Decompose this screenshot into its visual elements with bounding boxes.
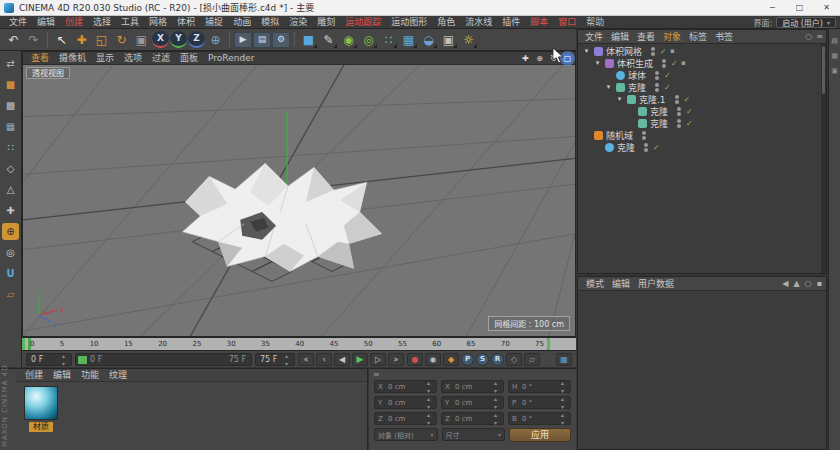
viewport-menu-item[interactable]: 摄像机 xyxy=(54,52,91,65)
spinner-icon[interactable] xyxy=(561,381,568,392)
object-tag[interactable]: ▪ xyxy=(681,59,686,67)
menu-item[interactable]: 动画 xyxy=(228,16,256,29)
spinner-icon[interactable] xyxy=(427,397,434,408)
toolbar-divider[interactable] xyxy=(294,32,295,47)
toolbar-divider[interactable] xyxy=(229,32,230,47)
spinner-icon[interactable] xyxy=(494,397,501,408)
spinner-icon[interactable] xyxy=(62,354,69,365)
polygons-mode-icon[interactable]: △ xyxy=(2,181,19,198)
expand-toggle[interactable]: ▾ xyxy=(604,83,613,91)
z-axis-toggle[interactable]: Z xyxy=(188,31,205,48)
spinner-icon[interactable] xyxy=(427,413,434,424)
current-frame-field[interactable]: 0 F xyxy=(26,353,72,366)
snap-grid-icon[interactable]: ▦ xyxy=(556,353,572,366)
visibility-dots[interactable] xyxy=(651,47,655,56)
edges-mode-icon[interactable]: ◇ xyxy=(2,160,19,177)
camera-button[interactable]: ▣ xyxy=(439,30,458,49)
object-row-field[interactable]: 随机域 xyxy=(578,129,821,141)
timeline-thumb[interactable] xyxy=(78,356,87,364)
object-row-volume-mesh[interactable]: ▾ 体积网格 ✓ ▪ xyxy=(578,45,821,57)
goto-start-button[interactable]: « xyxy=(298,353,314,366)
position-field[interactable]: Z0 cm xyxy=(374,412,437,425)
spinner-icon[interactable] xyxy=(561,413,568,424)
dock-browser-icon[interactable]: ▦ xyxy=(831,52,838,60)
timeline-ruler[interactable]: 051015202530354045505560657075 xyxy=(22,337,576,350)
key-scale-toggle[interactable]: S xyxy=(476,353,489,366)
menu-item[interactable]: 选择 xyxy=(88,16,116,29)
menu-item[interactable]: 插件 xyxy=(497,16,525,29)
light-button[interactable]: ☼ xyxy=(459,30,478,49)
snap-magnet-icon[interactable]: U xyxy=(2,265,19,282)
viewport-solo-icon[interactable]: ◎ xyxy=(2,244,19,261)
enable-check[interactable]: ✓ xyxy=(684,95,692,104)
toolbar-divider[interactable] xyxy=(47,32,48,47)
spinner-icon[interactable] xyxy=(561,397,568,408)
workplane-mode-icon[interactable]: ▦ xyxy=(2,118,19,135)
history-back-icon[interactable]: ◀ xyxy=(782,279,788,288)
model-mode-icon[interactable]: ■ xyxy=(2,76,19,93)
object-tag[interactable]: ▪ xyxy=(670,47,675,55)
autokey-button[interactable]: ◉ xyxy=(425,353,441,366)
visibility-dots[interactable] xyxy=(655,71,659,80)
menu-item[interactable]: 创建 xyxy=(60,16,88,29)
object-row-volume-builder[interactable]: ▾ 体积生成 ✓ ▪ xyxy=(578,57,821,69)
menu-item[interactable]: 雕刻 xyxy=(312,16,340,29)
apply-button[interactable]: 应用 xyxy=(509,428,571,442)
object-menu-item[interactable]: 书签 xyxy=(711,30,737,44)
menu-item[interactable]: 模拟 xyxy=(256,16,284,29)
spinner-icon[interactable] xyxy=(494,381,501,392)
spinner-icon[interactable] xyxy=(285,354,292,365)
rotation-field[interactable]: H0 ° xyxy=(508,380,571,393)
menu-item[interactable]: 编辑 xyxy=(32,16,60,29)
move-tool-icon[interactable]: ✚ xyxy=(72,30,91,49)
material-thumbnail[interactable] xyxy=(24,386,58,420)
x-axis-toggle[interactable]: X xyxy=(152,31,169,48)
panel-menu-icon[interactable]: ≡ xyxy=(373,370,380,379)
scrollbar-thumb[interactable] xyxy=(822,46,825,94)
next-frame-button[interactable]: ▷ xyxy=(370,353,386,366)
menu-item[interactable]: 捕捉 xyxy=(200,16,228,29)
enable-axis-icon[interactable]: ⊕ xyxy=(2,223,19,240)
last-tool-icon[interactable]: ▣ xyxy=(132,30,151,49)
material-menu-item[interactable]: 纹理 xyxy=(104,369,132,382)
menu-item[interactable]: 角色 xyxy=(432,16,460,29)
visibility-dots[interactable] xyxy=(642,131,646,140)
attribute-menu-item[interactable]: 模式 xyxy=(582,277,608,291)
menu-item[interactable]: 运动跟踪 xyxy=(340,16,386,29)
prev-key-button[interactable]: ‹ xyxy=(316,353,332,366)
visibility-dots[interactable] xyxy=(677,119,681,128)
expand-toggle[interactable]: ▾ xyxy=(615,95,624,103)
prev-frame-button[interactable]: ◀ xyxy=(334,353,350,366)
menu-item[interactable]: 窗口 xyxy=(553,16,581,29)
menu-item[interactable]: 流水线 xyxy=(460,16,497,29)
attr-lock-icon[interactable]: ▪ xyxy=(817,279,822,288)
size-field[interactable]: Z0 cm xyxy=(441,412,504,425)
attribute-menu-item[interactable]: 编辑 xyxy=(608,277,634,291)
spinner-icon[interactable] xyxy=(427,381,434,392)
close-button[interactable]: ✕ xyxy=(813,0,840,15)
visibility-dots[interactable] xyxy=(675,95,679,104)
dock-layers-icon[interactable]: ▤ xyxy=(831,37,838,45)
material-menu-item[interactable]: 编辑 xyxy=(48,369,76,382)
enable-check[interactable]: ✓ xyxy=(664,83,672,92)
render-picture-viewer-button[interactable]: ▤ xyxy=(253,32,271,48)
dock-info-icon[interactable]: ▣ xyxy=(831,67,838,75)
attribute-menu-item[interactable]: 用户数据 xyxy=(634,277,678,291)
render-settings-button[interactable]: ⚙ xyxy=(272,32,290,48)
object-menu-item[interactable]: 对象 xyxy=(659,30,685,44)
scrollbar[interactable] xyxy=(821,44,826,273)
transform-space-select[interactable]: 对象 (相对) xyxy=(374,428,438,441)
viewport-menu-item[interactable]: 显示 xyxy=(91,52,119,65)
object-row-cloner-1[interactable]: ▾ 克隆.1 ✓ xyxy=(578,93,821,105)
render-view-button[interactable]: ▶ xyxy=(234,32,252,48)
enable-check[interactable]: ✓ xyxy=(660,47,668,56)
menu-item[interactable]: 渲染 xyxy=(284,16,312,29)
workplane-snap-icon[interactable]: ▱ xyxy=(2,286,19,303)
record-keyframe-button[interactable]: ● xyxy=(407,353,423,366)
volume-builder-button[interactable]: ▦ xyxy=(399,30,418,49)
viewport-menu-item[interactable]: ProRender xyxy=(203,52,259,65)
pan-view-icon[interactable]: ✚ xyxy=(520,53,531,64)
object-row-sphere[interactable]: 球体 ✓ xyxy=(578,69,821,81)
menu-item[interactable]: 体积 xyxy=(172,16,200,29)
goto-end-button[interactable]: » xyxy=(388,353,404,366)
